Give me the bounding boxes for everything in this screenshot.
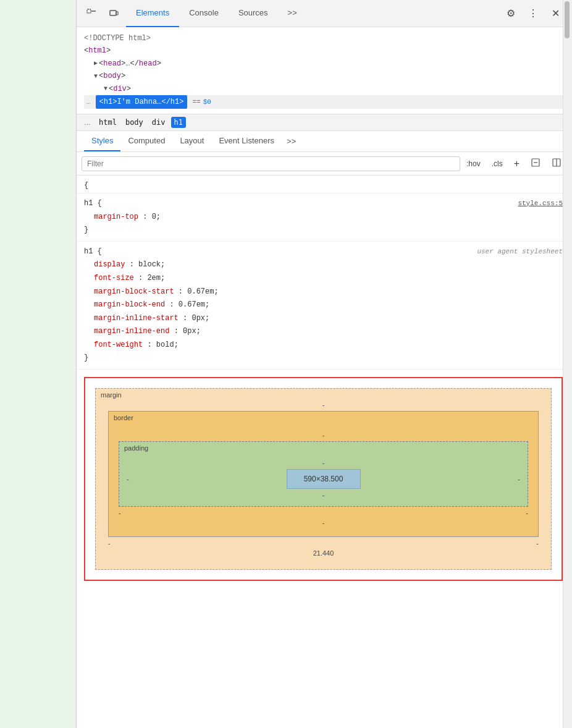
css-rules: { h1 { style.css:5 margin-top : 0; } h1 … (77, 176, 570, 728)
padding-top-val: - (322, 459, 325, 467)
border-top-val: - (322, 431, 325, 439)
device-toggle-icon[interactable] (104, 4, 124, 23)
dom-doctype[interactable]: <!DOCTYPE html> (84, 32, 563, 44)
tab-styles[interactable]: Styles (84, 131, 120, 151)
breadcrumb-bar: … html body div h1 (77, 114, 570, 131)
rule2-prop-margin-block-start: margin-block-start : 0.67em; (84, 286, 563, 299)
settings-icon[interactable]: ⚙ (501, 4, 521, 23)
tab-layout[interactable]: Layout (172, 131, 211, 151)
padding-left-val: - (127, 475, 129, 483)
dom-head[interactable]: ▶ <head> … </head> (84, 57, 563, 70)
rule2-selector[interactable]: h1 { (84, 245, 102, 259)
dom-body[interactable]: ▼ <body> (84, 70, 563, 82)
margin-bottom-val: 21.440 (313, 549, 334, 557)
cls-button[interactable]: .cls (488, 158, 507, 170)
scrollbar-thumb[interactable] (565, 1, 570, 38)
toolbar-right: ⚙ ⋮ ✕ (501, 4, 565, 23)
content-size: 590×38.500 (287, 469, 361, 489)
tab-console[interactable]: Console (179, 0, 229, 27)
rule2-prop-margin-inline-start: margin-inline-start : 0px; (84, 312, 563, 326)
margin-top-val: - (322, 401, 325, 408)
tab-computed[interactable]: Computed (120, 131, 172, 151)
breadcrumb-div[interactable]: div (149, 117, 169, 128)
rule1-selector[interactable]: h1 { (84, 197, 102, 211)
rule2-prop-margin-block-end: margin-block-end : 0.67em; (84, 298, 563, 312)
dom-tree: <!DOCTYPE html> <html> ▶ <head> … </head… (77, 27, 570, 114)
tab-sources[interactable]: Sources (229, 0, 278, 27)
more-options-icon[interactable]: ⋮ (523, 4, 543, 23)
tab-elements[interactable]: Elements (126, 0, 179, 27)
padding-bottom-val: - (322, 491, 325, 499)
rule2-prop-fontsize: font-size : 2em; (84, 272, 563, 286)
margin-label: margin (101, 391, 122, 399)
border-right-val: - (526, 509, 528, 517)
box-model-border: border - padding - (108, 411, 539, 537)
padding-label: padding (124, 444, 148, 452)
hov-button[interactable]: :hov (463, 158, 484, 170)
devtools-panel: Elements Console Sources >> ⚙ ⋮ ✕ <!DOCT… (76, 0, 570, 728)
breadcrumb-body[interactable]: body (122, 117, 146, 128)
rule2-prop-display: display : block; (84, 258, 563, 272)
rule1-prop-margin-top: margin-top : 0; (84, 211, 563, 224)
tab-more-styles[interactable]: >> (284, 132, 298, 151)
box-model-margin: margin - border - paddin (95, 388, 552, 570)
css-rule-1: h1 { style.css:5 margin-top : 0; } (77, 193, 570, 242)
svg-rect-3 (116, 12, 118, 15)
rule1-source[interactable]: style.css:5 (518, 198, 563, 210)
left-panel (0, 0, 74, 728)
css-rule-2: h1 { user agent stylesheet display : blo… (77, 242, 570, 370)
breadcrumb-h1[interactable]: h1 (171, 117, 186, 128)
inspect-icon[interactable] (82, 4, 101, 23)
svg-rect-0 (87, 9, 91, 13)
border-left-val: - (119, 509, 121, 517)
filter-actions: :hov .cls + (463, 156, 565, 171)
dom-selected-row[interactable]: … <h1>I'm Dahna…</h1> == $0 (84, 95, 563, 109)
padding-right-val: - (518, 475, 520, 483)
breadcrumb-ellipsis[interactable]: … (84, 119, 91, 126)
add-style-button[interactable]: + (510, 156, 523, 171)
filter-input[interactable] (82, 156, 460, 171)
breadcrumb-html[interactable]: html (96, 117, 120, 128)
tab-nav: Elements Console Sources >> (126, 0, 498, 27)
dom-div[interactable]: ▼ <div> (84, 83, 563, 95)
svg-rect-2 (110, 11, 116, 15)
rule1-close: } (84, 224, 563, 237)
scrollbar[interactable] (563, 0, 570, 728)
rule2-prop-margin-inline-end: margin-inline-end : 0px; (84, 325, 563, 339)
border-label: border (114, 414, 133, 421)
rule2-prop-font-weight: font-weight : bold; (84, 339, 563, 352)
margin-right-val: - (536, 540, 539, 547)
styles-tabs: Styles Computed Layout Event Listeners >… (77, 131, 570, 152)
box-model-padding: padding - - 590×38.500 - (119, 441, 528, 507)
tab-event-listeners[interactable]: Event Listeners (211, 131, 282, 151)
tab-more[interactable]: >> (278, 0, 307, 27)
border-bottom-val: - (322, 519, 325, 527)
toggle-button[interactable] (527, 156, 544, 171)
margin-left-val: - (108, 540, 111, 547)
css-brace-open: { (77, 176, 570, 193)
rule2-source: user agent stylesheet (477, 246, 563, 258)
top-toolbar: Elements Console Sources >> ⚙ ⋮ ✕ (77, 0, 570, 27)
rule2-close: } (84, 352, 563, 365)
dom-html[interactable]: <html> (84, 44, 563, 57)
filter-bar: :hov .cls + (77, 152, 570, 176)
box-model-section: margin - border - paddin (84, 377, 563, 581)
